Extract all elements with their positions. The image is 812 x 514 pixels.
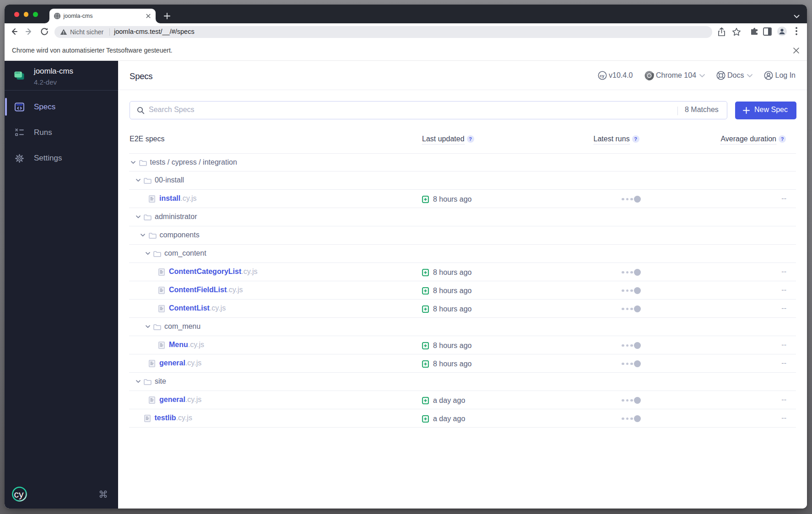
svg-text:cy: cy bbox=[14, 489, 24, 499]
svg-text:cy: cy bbox=[600, 74, 604, 78]
